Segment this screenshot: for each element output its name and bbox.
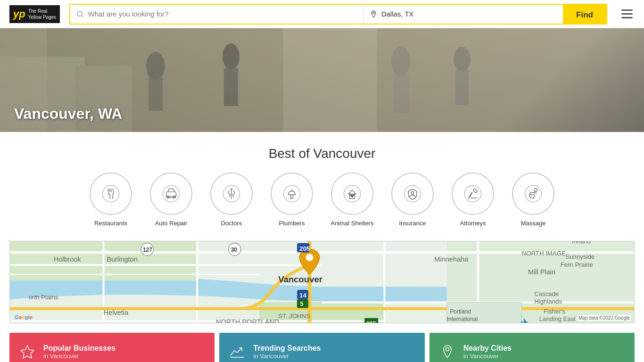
svg-text:Minnehaha: Minnehaha (434, 255, 469, 263)
svg-text:30: 30 (231, 247, 238, 253)
find-button[interactable]: Find (563, 5, 606, 25)
category-massage[interactable]: Massage (510, 173, 557, 227)
svg-text:Fern Prairie: Fern Prairie (561, 261, 593, 268)
popular-subtitle: in Vancouver (43, 353, 116, 360)
hero-banner: Vancouver, WA (0, 28, 644, 132)
svg-point-100 (446, 348, 449, 351)
svg-text:Burlington: Burlington (107, 255, 138, 263)
svg-text:14: 14 (299, 292, 306, 299)
svg-rect-12 (394, 75, 409, 113)
svg-rect-24 (291, 195, 293, 198)
trending-icon (229, 343, 246, 360)
plumbers-icon (282, 184, 301, 203)
insurance-icon (403, 184, 422, 203)
svg-rect-36 (473, 189, 477, 193)
location-icon (370, 10, 378, 18)
svg-point-29 (353, 195, 354, 196)
logo[interactable]: yp The Real Yellow Pages (9, 5, 60, 23)
logo-tagline: The Real Yellow Pages (28, 8, 57, 20)
svg-text:99E: 99E (366, 321, 376, 323)
location-input[interactable] (381, 10, 557, 18)
svg-text:Fisher's: Fisher's (544, 308, 565, 315)
header: yp The Real Yellow Pages Find (0, 0, 644, 28)
svg-text:205: 205 (299, 245, 310, 252)
category-insurance[interactable]: Insurance (389, 173, 436, 227)
svg-text:Holbrook: Holbrook (54, 255, 82, 263)
svg-point-16 (102, 185, 119, 202)
category-attorneys-label: Attorneys (460, 220, 486, 227)
svg-point-32 (354, 194, 355, 195)
svg-text:127: 127 (143, 247, 152, 253)
nearby-icon (439, 343, 456, 360)
svg-rect-14 (455, 70, 469, 105)
svg-point-40 (534, 189, 537, 191)
category-attorneys[interactable]: Attorneys (449, 173, 496, 227)
category-insurance-label: Insurance (399, 220, 426, 227)
category-animal-shelters[interactable]: Animal Shelters (329, 173, 376, 227)
attorneys-icon (463, 184, 482, 203)
card-popular-businesses[interactable]: Popular Businesses in Vancouver (9, 333, 215, 362)
category-doctors-label: Doctors (221, 220, 242, 227)
svg-point-34 (411, 192, 414, 195)
svg-text:✈: ✈ (520, 317, 529, 323)
search-input[interactable] (88, 10, 358, 18)
trending-subtitle: in Vancouver (253, 353, 321, 360)
search-what-section (70, 5, 363, 24)
trending-title: Trending Searches (253, 344, 321, 353)
svg-point-23 (283, 185, 300, 202)
category-restaurants[interactable]: Restaurants (87, 173, 134, 227)
svg-text:Highlands: Highlands (534, 298, 562, 305)
auto-repair-icon (162, 184, 181, 203)
category-auto-repair[interactable]: Auto Repair (148, 173, 195, 227)
category-animal-shelters-label: Animal Shelters (330, 220, 373, 227)
svg-rect-10 (224, 68, 238, 106)
trending-text: Trending Searches in Vancouver (253, 344, 321, 360)
popular-text: Popular Businesses in Vancouver (43, 344, 116, 360)
svg-rect-15 (283, 28, 377, 132)
map-section: Holbrook Burlington orth Plains Helvetia… (9, 241, 635, 323)
category-plumbers[interactable]: Plumbers (268, 173, 315, 227)
svg-point-2 (372, 12, 374, 14)
svg-point-31 (349, 194, 350, 195)
svg-point-0 (77, 11, 82, 16)
map-container[interactable]: Holbrook Burlington orth Plains Helvetia… (9, 241, 635, 323)
category-restaurants-label: Restaurants (94, 220, 127, 227)
best-of-section: Best of Vancouver Restaurants (0, 132, 644, 236)
svg-text:orth Plains: orth Plains (29, 294, 58, 301)
svg-point-30 (351, 196, 353, 197)
popular-title: Popular Businesses (43, 344, 116, 353)
animal-shelters-icon (343, 184, 362, 203)
svg-point-9 (223, 43, 239, 70)
nearby-subtitle: in Vancouver (463, 353, 512, 360)
category-plumbers-label: Plumbers (279, 220, 305, 227)
svg-text:Sunnyside: Sunnyside (565, 253, 594, 260)
svg-text:ST. JOHNS: ST. JOHNS (278, 313, 310, 320)
google-logo: Google (15, 314, 33, 320)
category-massage-label: Massage (521, 220, 546, 227)
trending-chart-icon (230, 344, 245, 359)
svg-point-35 (464, 185, 481, 202)
svg-rect-8 (149, 78, 163, 111)
search-icon (76, 10, 84, 18)
logo-yp: yp (13, 8, 25, 20)
svg-text:NORTH IMAGE: NORTH IMAGE (522, 250, 566, 257)
svg-point-28 (350, 195, 351, 196)
svg-point-7 (146, 52, 165, 80)
svg-line-37 (469, 193, 472, 198)
map-svg: Holbrook Burlington orth Plains Helvetia… (10, 241, 634, 323)
svg-text:International: International (447, 316, 478, 322)
svg-text:Landing East: Landing East (539, 315, 576, 322)
category-doctors[interactable]: Doctors (208, 173, 255, 227)
svg-line-1 (82, 16, 83, 17)
card-nearby-cities[interactable]: Nearby Cities in Vancouver (429, 333, 635, 362)
svg-text:Cascade: Cascade (534, 290, 559, 297)
map-attribution: Map data ©2022 Google (577, 315, 631, 321)
nearby-title: Nearby Cities (463, 344, 512, 353)
svg-text:NORTH PORTLAND: NORTH PORTLAND (216, 318, 279, 323)
nearby-location-icon (440, 344, 455, 359)
massage-icon (524, 184, 543, 203)
svg-text:Portland: Portland (450, 308, 471, 315)
card-trending-searches[interactable]: Trending Searches in Vancouver (219, 333, 424, 362)
hamburger-menu[interactable] (619, 8, 635, 20)
svg-point-80 (306, 254, 314, 261)
